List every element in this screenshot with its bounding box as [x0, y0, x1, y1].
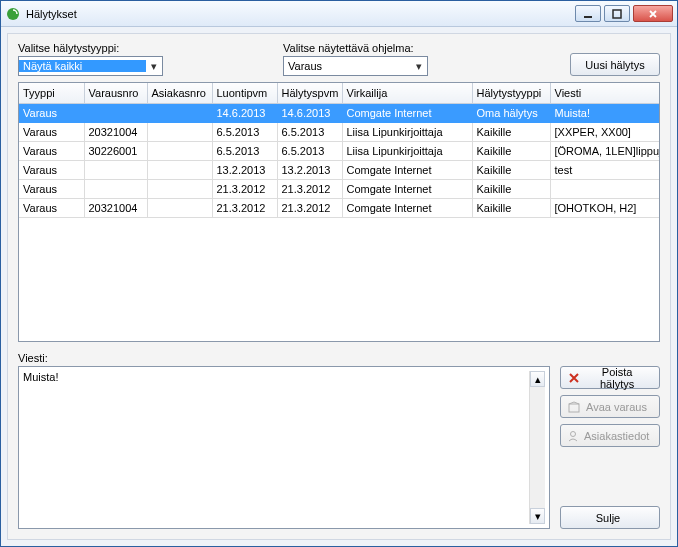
open-reservation-button: Avaa varaus — [560, 395, 660, 418]
table-row[interactable]: Varaus21.3.201221.3.2012Comgate Internet… — [19, 179, 660, 198]
filter-program-combo[interactable]: Varaus ▾ — [283, 56, 428, 76]
maximize-button[interactable] — [604, 5, 630, 22]
minimize-button[interactable] — [575, 5, 601, 22]
table-cell: Kaikille — [472, 160, 550, 179]
table-cell: 21.3.2012 — [212, 179, 277, 198]
message-textarea[interactable] — [23, 371, 529, 524]
table-cell: 6.5.2013 — [277, 122, 342, 141]
table-cell — [147, 198, 212, 217]
table-cell: Kaikille — [472, 198, 550, 217]
table-cell: 20321004 — [84, 122, 147, 141]
table-cell: 6.5.2013 — [212, 122, 277, 141]
table-cell: Liisa Lipunkirjoittaja — [342, 141, 472, 160]
table-cell: 14.6.2013 — [212, 103, 277, 122]
table-cell: 21.3.2012 — [212, 198, 277, 217]
chevron-down-icon: ▾ — [411, 60, 427, 73]
filter-type-combo[interactable]: Näytä kaikki ▾ — [18, 56, 163, 76]
filter-program-label: Valitse näytettävä ohjelma: — [283, 42, 428, 54]
side-buttons: Poista hälytys Avaa varaus Asiakastiedot… — [560, 366, 660, 529]
table-cell: Varaus — [19, 160, 84, 179]
table-cell: Comgate Internet — [342, 179, 472, 198]
table-cell: Varaus — [19, 198, 84, 217]
table-cell: 6.5.2013 — [277, 141, 342, 160]
table-cell — [84, 179, 147, 198]
table-cell: 30226001 — [84, 141, 147, 160]
filter-row: Valitse hälytystyyppi: Näytä kaikki ▾ Va… — [18, 42, 660, 76]
table-row[interactable]: Varaus2032100421.3.201221.3.2012Comgate … — [19, 198, 660, 217]
table-cell: 13.2.2013 — [277, 160, 342, 179]
customer-info-button: Asiakastiedot — [560, 424, 660, 447]
message-scrollbar[interactable]: ▴ ▾ — [529, 371, 545, 524]
svg-rect-3 — [569, 404, 579, 412]
svg-rect-2 — [613, 10, 621, 18]
column-header[interactable]: Varausnro — [84, 83, 147, 103]
close-dialog-button[interactable]: Sulje — [560, 506, 660, 529]
table-cell: Varaus — [19, 122, 84, 141]
chevron-down-icon: ▾ — [146, 60, 162, 73]
table-row[interactable]: Varaus14.6.201314.6.2013Comgate Internet… — [19, 103, 660, 122]
table-cell: Muista! — [550, 103, 660, 122]
table-cell: Varaus — [19, 179, 84, 198]
column-header[interactable]: Hälytyspvm — [277, 83, 342, 103]
lower-area: ▴ ▾ Poista hälytys Avaa varaus Asiakasti… — [18, 366, 660, 529]
customer-icon — [567, 429, 579, 443]
table-cell: Liisa Lipunkirjoittaja — [342, 122, 472, 141]
table-cell: Varaus — [19, 103, 84, 122]
filter-type-label: Valitse hälytystyyppi: — [18, 42, 163, 54]
table-cell: 14.6.2013 — [277, 103, 342, 122]
titlebar: Hälytykset — [1, 1, 677, 27]
filter-program: Valitse näytettävä ohjelma: Varaus ▾ — [283, 42, 428, 76]
scroll-down-icon[interactable]: ▾ — [530, 508, 545, 524]
table-cell: test — [550, 160, 660, 179]
table-cell: [XXPER, XX00] — [550, 122, 660, 141]
window-title: Hälytykset — [26, 8, 575, 20]
delete-icon — [567, 371, 580, 385]
table-cell: [OHOTKOH, H2] — [550, 198, 660, 217]
message-box: ▴ ▾ — [18, 366, 550, 529]
table-cell: Comgate Internet — [342, 160, 472, 179]
column-header[interactable]: Asiakasnro — [147, 83, 212, 103]
alert-grid[interactable]: TyyppiVarausnroAsiakasnroLuontipvmHälyty… — [18, 82, 660, 342]
table-cell: Kaikille — [472, 141, 550, 160]
table-cell — [550, 179, 660, 198]
scroll-up-icon[interactable]: ▴ — [530, 371, 545, 387]
table-cell — [84, 103, 147, 122]
table-cell — [147, 179, 212, 198]
table-cell: 6.5.2013 — [212, 141, 277, 160]
column-header[interactable]: Virkailija — [342, 83, 472, 103]
table-cell: Varaus — [19, 141, 84, 160]
close-button[interactable] — [633, 5, 673, 22]
table-row[interactable]: Varaus13.2.201313.2.2013Comgate Internet… — [19, 160, 660, 179]
table-cell: Comgate Internet — [342, 103, 472, 122]
table-cell: [ÖROMA, 1LEN]lippujen tiketöi — [550, 141, 660, 160]
window: Hälytykset Valitse hälytystyyppi: Näytä … — [0, 0, 678, 547]
svg-point-4 — [571, 431, 576, 436]
column-header[interactable]: Hälytystyyppi — [472, 83, 550, 103]
filter-type: Valitse hälytystyyppi: Näytä kaikki ▾ — [18, 42, 163, 76]
table-cell: 21.3.2012 — [277, 179, 342, 198]
table-cell: Kaikille — [472, 122, 550, 141]
column-header[interactable]: Luontipvm — [212, 83, 277, 103]
table-cell: Oma hälytys — [472, 103, 550, 122]
table-cell: Kaikille — [472, 179, 550, 198]
table-cell — [147, 160, 212, 179]
table-cell: 20321004 — [84, 198, 147, 217]
column-header[interactable]: Viesti — [550, 83, 660, 103]
content-area: Valitse hälytystyyppi: Näytä kaikki ▾ Va… — [7, 33, 671, 540]
open-icon — [567, 400, 581, 414]
table-cell — [147, 122, 212, 141]
table-row[interactable]: Varaus302260016.5.20136.5.2013Liisa Lipu… — [19, 141, 660, 160]
window-buttons — [575, 5, 673, 22]
table-cell: 21.3.2012 — [277, 198, 342, 217]
table-cell — [147, 141, 212, 160]
delete-alert-button[interactable]: Poista hälytys — [560, 366, 660, 389]
new-alert-button[interactable]: Uusi hälytys — [570, 53, 660, 76]
table-cell — [84, 160, 147, 179]
table-cell: Comgate Internet — [342, 198, 472, 217]
filter-program-value: Varaus — [284, 60, 411, 72]
app-icon — [5, 6, 21, 22]
column-header[interactable]: Tyyppi — [19, 83, 84, 103]
table-row[interactable]: Varaus203210046.5.20136.5.2013Liisa Lipu… — [19, 122, 660, 141]
svg-rect-1 — [584, 16, 592, 18]
table-cell — [147, 103, 212, 122]
